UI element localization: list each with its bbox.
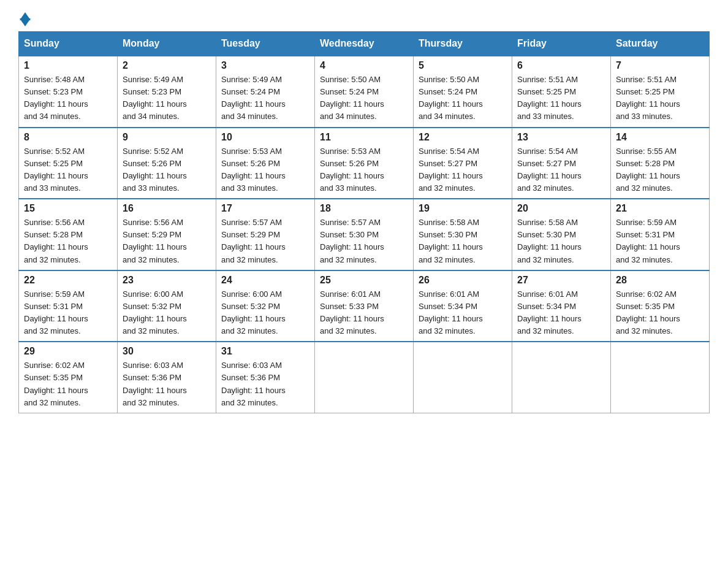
day-number: 3 <box>221 60 309 71</box>
calendar-cell: 2 Sunrise: 5:49 AM Sunset: 5:23 PM Dayli… <box>118 56 216 128</box>
daylight-label: Daylight: 11 hours <box>517 242 582 251</box>
day-info: Sunrise: 6:01 AM Sunset: 5:33 PM Dayligh… <box>320 288 408 338</box>
day-number: 26 <box>419 275 507 286</box>
week-row-1: 1 Sunrise: 5:48 AM Sunset: 5:23 PM Dayli… <box>19 56 710 128</box>
day-number: 6 <box>517 60 605 71</box>
day-number: 17 <box>221 203 309 214</box>
daylight-label: Daylight: 11 hours <box>123 242 187 251</box>
day-number: 22 <box>24 275 112 286</box>
daylight-minutes: and 32 minutes. <box>616 255 673 264</box>
daylight-label: Daylight: 11 hours <box>123 99 187 109</box>
day-info: Sunrise: 5:58 AM Sunset: 5:30 PM Dayligh… <box>517 216 605 266</box>
day-info: Sunrise: 5:55 AM Sunset: 5:28 PM Dayligh… <box>616 145 704 195</box>
day-number: 12 <box>419 132 507 143</box>
daylight-minutes: and 33 minutes. <box>320 183 377 193</box>
calendar-cell: 28 Sunrise: 6:02 AM Sunset: 5:35 PM Dayl… <box>611 270 710 342</box>
calendar-cell: 24 Sunrise: 6:00 AM Sunset: 5:32 PM Dayl… <box>216 270 315 342</box>
day-info: Sunrise: 5:57 AM Sunset: 5:30 PM Dayligh… <box>320 216 408 266</box>
day-info: Sunrise: 5:56 AM Sunset: 5:29 PM Dayligh… <box>123 216 211 266</box>
day-info: Sunrise: 6:01 AM Sunset: 5:34 PM Dayligh… <box>517 288 605 338</box>
daylight-label: Daylight: 11 hours <box>616 242 680 251</box>
sunset-label: Sunset: 5:24 PM <box>419 87 477 96</box>
day-info: Sunrise: 6:02 AM Sunset: 5:35 PM Dayligh… <box>616 288 704 338</box>
calendar-cell: 17 Sunrise: 5:57 AM Sunset: 5:29 PM Dayl… <box>216 199 315 270</box>
sunrise-label: Sunrise: 5:58 AM <box>517 218 578 227</box>
daylight-minutes: and 34 minutes. <box>221 112 278 121</box>
day-info: Sunrise: 5:58 AM Sunset: 5:30 PM Dayligh… <box>419 216 507 266</box>
day-info: Sunrise: 5:52 AM Sunset: 5:26 PM Dayligh… <box>123 145 211 195</box>
day-number: 28 <box>616 275 704 286</box>
calendar-cell: 11 Sunrise: 5:53 AM Sunset: 5:26 PM Dayl… <box>315 128 414 199</box>
sunset-label: Sunset: 5:34 PM <box>517 302 576 311</box>
sunset-label: Sunset: 5:32 PM <box>221 302 280 311</box>
day-info: Sunrise: 5:59 AM Sunset: 5:31 PM Dayligh… <box>24 288 112 338</box>
sunrise-label: Sunrise: 5:54 AM <box>419 147 479 156</box>
day-header-sunday: Sunday <box>19 32 118 56</box>
day-number: 18 <box>320 203 408 214</box>
calendar-header-row: SundayMondayTuesdayWednesdayThursdayFrid… <box>19 32 710 56</box>
sunrise-label: Sunrise: 6:01 AM <box>517 289 578 299</box>
day-number: 24 <box>221 275 309 286</box>
daylight-label: Daylight: 11 hours <box>123 314 187 323</box>
logo-icon <box>20 12 31 26</box>
day-number: 14 <box>616 132 704 143</box>
daylight-label: Daylight: 11 hours <box>517 171 582 180</box>
sunset-label: Sunset: 5:29 PM <box>123 230 181 239</box>
day-number: 11 <box>320 132 408 143</box>
sunset-label: Sunset: 5:23 PM <box>123 87 181 96</box>
sunset-label: Sunset: 5:35 PM <box>24 373 83 382</box>
sunrise-label: Sunrise: 5:57 AM <box>221 218 282 227</box>
daylight-minutes: and 32 minutes. <box>517 183 574 193</box>
sunset-label: Sunset: 5:31 PM <box>24 302 83 311</box>
sunrise-label: Sunrise: 5:58 AM <box>419 218 479 227</box>
calendar-cell: 14 Sunrise: 5:55 AM Sunset: 5:28 PM Dayl… <box>611 128 710 199</box>
day-number: 29 <box>24 346 112 357</box>
sunset-label: Sunset: 5:29 PM <box>221 230 280 239</box>
day-header-thursday: Thursday <box>414 32 512 56</box>
sunset-label: Sunset: 5:26 PM <box>123 159 181 168</box>
daylight-minutes: and 32 minutes. <box>517 326 574 335</box>
day-info: Sunrise: 5:57 AM Sunset: 5:29 PM Dayligh… <box>221 216 309 266</box>
daylight-minutes: and 32 minutes. <box>616 326 673 335</box>
sunset-label: Sunset: 5:23 PM <box>24 87 83 96</box>
daylight-minutes: and 33 minutes. <box>517 112 574 121</box>
day-info: Sunrise: 6:00 AM Sunset: 5:32 PM Dayligh… <box>123 288 211 338</box>
calendar-cell: 7 Sunrise: 5:51 AM Sunset: 5:25 PM Dayli… <box>611 56 710 128</box>
daylight-minutes: and 33 minutes. <box>221 183 278 193</box>
daylight-minutes: and 32 minutes. <box>419 255 476 264</box>
day-number: 8 <box>24 132 112 143</box>
daylight-label: Daylight: 11 hours <box>320 171 384 180</box>
day-number: 7 <box>616 60 704 71</box>
sunset-label: Sunset: 5:24 PM <box>320 87 379 96</box>
sunrise-label: Sunrise: 5:49 AM <box>221 75 282 84</box>
daylight-minutes: and 32 minutes. <box>221 326 278 335</box>
daylight-minutes: and 32 minutes. <box>221 255 278 264</box>
daylight-label: Daylight: 11 hours <box>24 171 88 180</box>
sunset-label: Sunset: 5:25 PM <box>517 87 576 96</box>
day-number: 16 <box>123 203 211 214</box>
daylight-label: Daylight: 11 hours <box>221 242 286 251</box>
sunset-label: Sunset: 5:32 PM <box>123 302 181 311</box>
daylight-label: Daylight: 11 hours <box>221 171 286 180</box>
week-row-2: 8 Sunrise: 5:52 AM Sunset: 5:25 PM Dayli… <box>19 128 710 199</box>
sunrise-label: Sunrise: 5:53 AM <box>221 147 282 156</box>
daylight-minutes: and 32 minutes. <box>320 326 377 335</box>
day-info: Sunrise: 5:51 AM Sunset: 5:25 PM Dayligh… <box>517 74 605 123</box>
daylight-label: Daylight: 11 hours <box>419 242 483 251</box>
daylight-label: Daylight: 11 hours <box>616 314 680 323</box>
sunset-label: Sunset: 5:36 PM <box>123 373 181 382</box>
daylight-label: Daylight: 11 hours <box>320 99 384 109</box>
day-info: Sunrise: 6:00 AM Sunset: 5:32 PM Dayligh… <box>221 288 309 338</box>
day-number: 25 <box>320 275 408 286</box>
daylight-label: Daylight: 11 hours <box>320 242 384 251</box>
calendar-cell: 31 Sunrise: 6:03 AM Sunset: 5:36 PM Dayl… <box>216 342 315 413</box>
daylight-minutes: and 32 minutes. <box>123 326 180 335</box>
calendar-cell: 21 Sunrise: 5:59 AM Sunset: 5:31 PM Dayl… <box>611 199 710 270</box>
daylight-minutes: and 32 minutes. <box>320 255 377 264</box>
sunset-label: Sunset: 5:26 PM <box>320 159 379 168</box>
daylight-minutes: and 34 minutes. <box>24 112 81 121</box>
daylight-minutes: and 32 minutes. <box>221 398 278 407</box>
daylight-minutes: and 32 minutes. <box>24 398 81 407</box>
daylight-minutes: and 33 minutes. <box>616 112 673 121</box>
daylight-label: Daylight: 11 hours <box>419 99 483 109</box>
